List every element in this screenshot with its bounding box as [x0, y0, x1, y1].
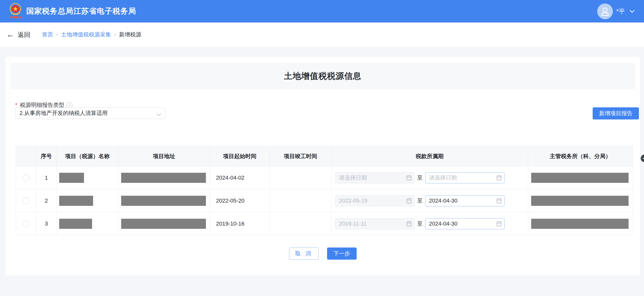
col-start-date: 项目起始时间: [210, 146, 270, 166]
project-completion-date: [270, 189, 331, 212]
breadcrumb-home[interactable]: 首页: [42, 31, 53, 38]
redacted-tax-office: [531, 219, 629, 229]
breadcrumb-current: 新增税源: [119, 31, 141, 38]
row-seq: 3: [36, 212, 57, 235]
national-emblem-icon: [9, 3, 22, 16]
user-icon: [600, 6, 610, 16]
table-row: 2 2022-05-20: [16, 189, 633, 212]
redacted-project-name: [59, 173, 84, 183]
to-label: 至: [417, 174, 423, 182]
back-button[interactable]: ← 返回: [7, 31, 30, 39]
col-select: [16, 146, 36, 166]
row-seq: 2: [36, 189, 57, 212]
project-completion-date: [270, 166, 331, 189]
project-completion-date: [270, 212, 331, 235]
col-project-address: 项目地址: [118, 146, 210, 166]
period-from-input: [335, 195, 415, 206]
report-type-select[interactable]: 2.从事房地产开发的纳税人清算适用: [15, 107, 165, 119]
col-project-name: 项目（税源）名称: [57, 146, 118, 166]
app-title: 国家税务总局江苏省电子税务局: [26, 6, 136, 16]
project-start-date: 2022-05-20: [210, 189, 270, 212]
redacted-project-name: [59, 219, 92, 229]
chevron-down-icon: [156, 111, 161, 118]
next-step-button[interactable]: 下一步: [327, 248, 357, 260]
logo-caption: 中国税务: [9, 15, 22, 19]
add-project-report-button[interactable]: 新增项目报告: [593, 107, 639, 119]
form-actions: 取 消 下一步: [6, 248, 640, 260]
table-header-row: 序号 项目（税源）名称 项目地址 项目起始时间 项目竣工时间 税款所属期 主管税…: [16, 146, 633, 166]
period-from-input: [335, 172, 415, 183]
report-type-value: 2.从事房地产开发的纳税人清算适用: [19, 109, 108, 117]
title-band: 土地增值税税源信息: [10, 63, 635, 89]
redacted-tax-office: [531, 196, 629, 206]
main-card: 土地增值税税源信息 *税源明细报告类型 i 2.从事房地产开发的纳税人清算适用 …: [6, 57, 640, 276]
tax-bureau-logo: 中国税务: [9, 3, 22, 19]
row-radio[interactable]: [23, 220, 29, 227]
breadcrumb-bar: ← 返回 首页 › 土地增值税税源采集 › 新增税源: [0, 22, 644, 47]
redacted-project-address: [121, 196, 206, 206]
user-name: *平: [616, 7, 625, 15]
col-seq: 序号: [36, 146, 57, 166]
redacted-project-address: [121, 219, 206, 229]
row-radio[interactable]: [23, 175, 29, 181]
table-row: 3 2019-10-16: [16, 212, 633, 235]
tax-source-table: 序号 项目（税源）名称 项目地址 项目起始时间 项目竣工时间 税款所属期 主管税…: [16, 146, 633, 235]
table-row: 1 2024-04-02: [16, 166, 633, 189]
period-to-input[interactable]: [425, 172, 505, 183]
to-label: 至: [417, 197, 423, 205]
breadcrumb-collection[interactable]: 土地增值税税源采集: [61, 31, 111, 38]
user-menu[interactable]: *平: [597, 4, 635, 19]
period-from-input: [335, 218, 415, 229]
chevron-down-icon[interactable]: [629, 10, 635, 13]
period-to-input[interactable]: [425, 218, 505, 229]
breadcrumb: 首页 › 土地增值税税源采集 › 新增税源: [42, 31, 141, 38]
row-radio[interactable]: [23, 198, 29, 204]
redacted-project-address: [121, 173, 206, 183]
col-completion-date: 项目竣工时间: [270, 146, 331, 166]
breadcrumb-separator: ›: [56, 31, 58, 38]
cancel-button[interactable]: 取 消: [289, 248, 319, 260]
row-seq: 1: [36, 166, 57, 189]
app-header: 中国税务 国家税务总局江苏省电子税务局 *平: [0, 0, 644, 22]
col-tax-period: 税款所属期: [331, 146, 528, 166]
breadcrumb-separator: ›: [114, 31, 116, 38]
col-tax-office: 主管税务所（科、分局）: [528, 146, 633, 166]
page-content: 土地增值税税源信息 *税源明细报告类型 i 2.从事房地产开发的纳税人清算适用 …: [0, 47, 644, 276]
project-start-date: 2019-10-16: [210, 212, 270, 235]
project-start-date: 2024-04-02: [210, 166, 270, 189]
to-label: 至: [417, 220, 423, 228]
period-to-input[interactable]: [425, 195, 505, 206]
redacted-tax-office: [531, 173, 629, 183]
back-label: 返回: [18, 31, 30, 39]
avatar[interactable]: [597, 4, 613, 19]
redacted-project-name: [59, 196, 93, 206]
page-title: 土地增值税税源信息: [284, 70, 361, 82]
back-arrow-icon: ←: [7, 31, 14, 38]
